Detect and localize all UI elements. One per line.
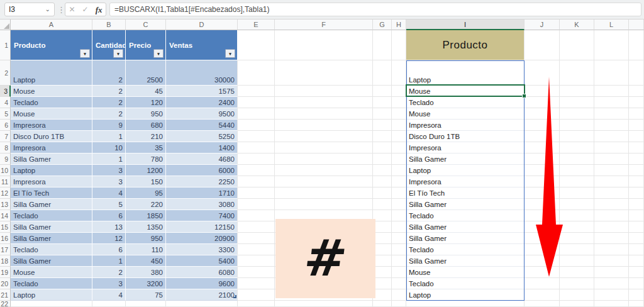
column-header-A[interactable]: A	[11, 20, 92, 30]
cell-L11[interactable]	[594, 176, 629, 187]
cell-J1[interactable]	[525, 30, 560, 60]
select-all-button[interactable]	[0, 20, 11, 30]
cell-G21[interactable]	[373, 289, 392, 301]
cell-J9[interactable]	[525, 154, 560, 165]
cell-M4[interactable]	[629, 97, 644, 108]
cell-K17[interactable]	[560, 244, 594, 255]
cell-C4[interactable]: 120	[126, 97, 166, 108]
cell-C8[interactable]: 35	[126, 142, 166, 154]
cell-M7[interactable]	[629, 131, 644, 142]
cell-E5[interactable]	[238, 108, 275, 120]
cell-J22[interactable]	[525, 301, 560, 307]
cell-C20[interactable]: 3200	[126, 278, 166, 289]
cell-I4[interactable]: Teclado	[406, 97, 525, 108]
cell-G22[interactable]	[373, 301, 392, 307]
cell-F21[interactable]	[275, 289, 373, 301]
cell-B4[interactable]: 2	[92, 97, 126, 108]
cell-D20[interactable]: 9600	[166, 278, 238, 289]
cell-H21[interactable]	[392, 289, 406, 301]
cell-A5[interactable]: Mouse	[11, 108, 92, 120]
filter-dropdown-icon[interactable]: ▾	[80, 49, 90, 58]
column-header-I[interactable]: I	[406, 20, 525, 30]
cell-A18[interactable]: Silla Gamer	[11, 255, 92, 267]
cell-A15[interactable]: Silla Gamer	[11, 221, 92, 233]
cell-F13[interactable]	[275, 199, 373, 210]
cell-E1[interactable]	[238, 30, 275, 60]
cell-K19[interactable]	[560, 267, 594, 278]
cell-B8[interactable]: 10	[92, 142, 126, 154]
cell-G9[interactable]	[373, 154, 392, 165]
cell-I16[interactable]: Silla Gamer	[406, 233, 525, 244]
cell-L9[interactable]	[594, 154, 629, 165]
cell-J10[interactable]	[525, 165, 560, 176]
cell-M20[interactable]	[629, 278, 644, 289]
cell-I11[interactable]: Impresora	[406, 176, 525, 187]
cell-I19[interactable]: Mouse	[406, 267, 525, 278]
cell-D18[interactable]: 5400	[166, 255, 238, 267]
row-header-7[interactable]: 7	[0, 131, 11, 142]
fill-handle[interactable]	[522, 94, 526, 98]
cell-K22[interactable]	[560, 301, 594, 307]
row-header-16[interactable]: 16	[0, 233, 11, 244]
cell-L12[interactable]	[594, 187, 629, 199]
cell-C5[interactable]: 950	[126, 108, 166, 120]
cell-E14[interactable]	[238, 210, 275, 221]
insert-function-icon[interactable]: fx	[96, 6, 103, 14]
cell-E11[interactable]	[238, 176, 275, 187]
cell-L5[interactable]	[594, 108, 629, 120]
cell-C2[interactable]: 2500	[126, 60, 166, 86]
cell-F4[interactable]	[275, 97, 373, 108]
cell-A6[interactable]: Impresora	[11, 120, 92, 131]
column-header-B[interactable]: B	[92, 20, 126, 30]
cell-A4[interactable]: Teclado	[11, 97, 92, 108]
cell-A7[interactable]: Disco Duro 1TB	[11, 131, 92, 142]
cell-B3[interactable]: 2	[92, 86, 126, 97]
cell-L1[interactable]	[594, 30, 629, 60]
cell-M10[interactable]	[629, 165, 644, 176]
cell-C9[interactable]: 780	[126, 154, 166, 165]
cell-J14[interactable]	[525, 210, 560, 221]
cell-E15[interactable]	[238, 221, 275, 233]
row-header-2[interactable]: 2	[0, 60, 11, 86]
cell-I14[interactable]: Teclado	[406, 210, 525, 221]
column-header-F[interactable]: F	[275, 20, 373, 30]
chevron-down-icon[interactable]: ⌄	[45, 6, 50, 13]
cell-I10[interactable]: Laptop	[406, 165, 525, 176]
cell-M5[interactable]	[629, 108, 644, 120]
cell-C1[interactable]: Precio▾	[126, 30, 166, 60]
cell-H3[interactable]	[392, 86, 406, 97]
cell-B16[interactable]: 12	[92, 233, 126, 244]
cell-I12[interactable]: El Tío Tech	[406, 187, 525, 199]
column-header-partial[interactable]	[629, 20, 644, 30]
cell-J5[interactable]	[525, 108, 560, 120]
cell-E20[interactable]	[238, 278, 275, 289]
cell-E18[interactable]	[238, 255, 275, 267]
cell-L20[interactable]	[594, 278, 629, 289]
cell-G14[interactable]	[373, 210, 392, 221]
cell-E9[interactable]	[238, 154, 275, 165]
row-header-15[interactable]: 15	[0, 221, 11, 233]
cell-G11[interactable]	[373, 176, 392, 187]
cell-B22[interactable]	[92, 301, 126, 307]
cell-I17[interactable]: Teclado	[406, 244, 525, 255]
cell-D1[interactable]: Ventas▾	[166, 30, 238, 60]
cell-L22[interactable]	[594, 301, 629, 307]
cell-H15[interactable]	[392, 221, 406, 233]
cell-C13[interactable]: 220	[126, 199, 166, 210]
cell-I20[interactable]: Teclado	[406, 278, 525, 289]
cell-M21[interactable]	[629, 289, 644, 301]
cell-E7[interactable]	[238, 131, 275, 142]
row-header-21[interactable]: 21	[0, 289, 11, 301]
cell-H18[interactable]	[392, 255, 406, 267]
cell-F18[interactable]	[275, 255, 373, 267]
cell-G13[interactable]	[373, 199, 392, 210]
column-header-D[interactable]: D	[166, 20, 238, 30]
cell-K11[interactable]	[560, 176, 594, 187]
cell-A3[interactable]: Mouse	[11, 86, 92, 97]
cell-D6[interactable]: 5440	[166, 120, 238, 131]
cell-D11[interactable]: 2250	[166, 176, 238, 187]
row-header-11[interactable]: 11	[0, 176, 11, 187]
cell-I15[interactable]: Silla Gamer	[406, 221, 525, 233]
cell-K1[interactable]	[560, 30, 594, 60]
column-header-C[interactable]: C	[126, 20, 166, 30]
